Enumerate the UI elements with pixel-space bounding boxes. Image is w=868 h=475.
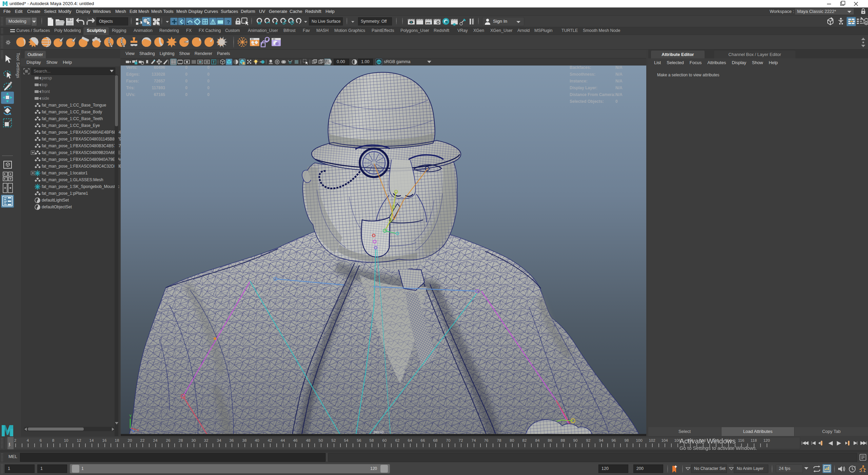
svg-text:UVs:: UVs: xyxy=(126,92,135,97)
svg-text:Smoothness:: Smoothness: xyxy=(570,72,595,77)
svg-text:Y: Y xyxy=(129,414,132,418)
svg-text:0: 0 xyxy=(207,79,210,83)
svg-text:N/A: N/A xyxy=(615,86,623,90)
svg-text:0: 0 xyxy=(185,72,188,77)
svg-text:0: 0 xyxy=(207,92,210,97)
svg-text:0: 0 xyxy=(185,92,188,97)
svg-text:Display Layer:: Display Layer: xyxy=(570,86,597,90)
svg-text:N/A: N/A xyxy=(615,72,623,77)
svg-text:0: 0 xyxy=(185,79,188,83)
svg-text:0: 0 xyxy=(207,86,210,90)
svg-text:67165: 67165 xyxy=(154,92,165,97)
svg-text:0: 0 xyxy=(185,65,188,70)
svg-text:Verts:: Verts: xyxy=(126,65,137,70)
svg-text:60496: 60496 xyxy=(154,65,165,70)
svg-text:Selected Objects:: Selected Objects: xyxy=(570,99,604,104)
svg-text:Backfaces:: Backfaces: xyxy=(570,65,591,70)
svg-text:117893: 117893 xyxy=(152,86,165,90)
svg-text:persp: persp xyxy=(374,430,384,434)
svg-text:IPR: IPR xyxy=(426,21,431,24)
svg-text:N/A: N/A xyxy=(615,92,623,97)
svg-text:0: 0 xyxy=(207,72,210,77)
svg-text:0: 0 xyxy=(185,86,188,90)
svg-text:Tris:: Tris: xyxy=(126,86,135,90)
svg-text:T: T xyxy=(213,60,215,64)
svg-text:Instance:: Instance: xyxy=(570,79,588,83)
svg-text:0: 0 xyxy=(207,65,210,70)
svg-text:Distance From Camera:: Distance From Camera: xyxy=(570,92,615,97)
svg-text:Edges:: Edges: xyxy=(126,72,140,77)
svg-text:?: ? xyxy=(227,19,230,25)
svg-text:N/A: N/A xyxy=(615,65,623,70)
svg-text:N/A: N/A xyxy=(615,79,623,83)
svg-text:Faces:: Faces: xyxy=(126,79,139,83)
svg-text:0: 0 xyxy=(615,99,618,104)
svg-text:72657: 72657 xyxy=(154,79,165,83)
svg-text:133028: 133028 xyxy=(152,72,165,77)
svg-text:x: x xyxy=(137,428,139,432)
svg-text:ON: ON xyxy=(377,61,381,63)
